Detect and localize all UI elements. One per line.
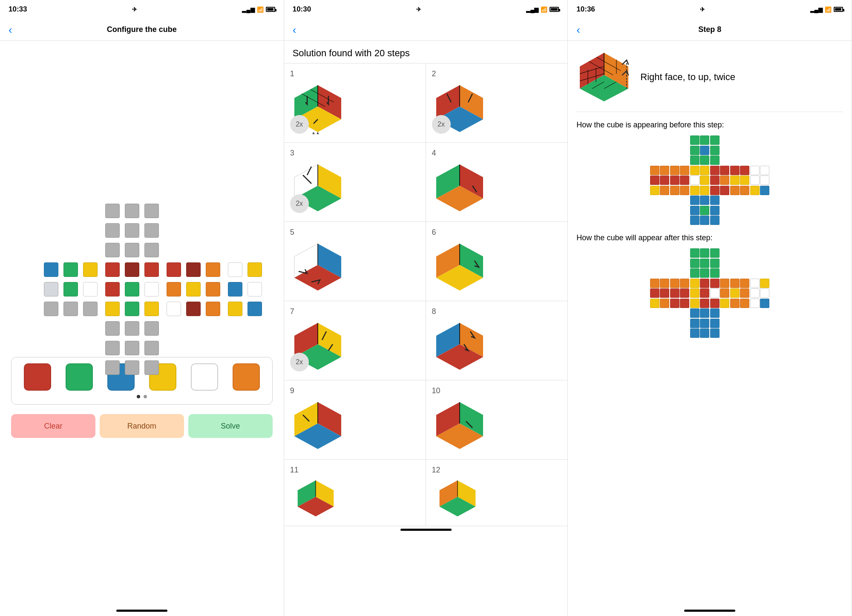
random-button[interactable]: Random [100, 414, 184, 438]
clear-button[interactable]: Clear [11, 414, 95, 438]
time-2: 10:30 [293, 5, 311, 14]
step-number-4: 4 [432, 149, 436, 158]
step-number-9: 9 [290, 386, 294, 395]
location-icon-1: ✈ [132, 6, 137, 13]
step-cell-3[interactable]: 3 2x [284, 143, 426, 222]
action-buttons: Clear Random Solve [11, 414, 273, 438]
step-cell-11[interactable]: 11 [284, 460, 426, 526]
step-header-section: Right face, to up, twice [576, 41, 843, 112]
solve-button[interactable]: Solve [188, 414, 273, 438]
step-number-6: 6 [432, 228, 436, 237]
badge-2x-7: 2x [290, 353, 309, 371]
step-cell-6[interactable]: 6 [426, 222, 568, 301]
swatch-green[interactable] [66, 363, 93, 391]
time-3: 10:36 [576, 5, 595, 14]
step-number-7: 7 [290, 307, 294, 316]
nav-bar-1: ‹ Configure the cube [0, 19, 284, 41]
signal-icon-2: ▂▄▆ [526, 6, 538, 13]
battery-icon-3 [834, 7, 843, 12]
battery-icon-2 [550, 7, 559, 12]
back-button-3[interactable]: ‹ [576, 24, 580, 35]
step-cube-9 [290, 398, 345, 453]
status-icons-3: ▂▄▆ 📶 [810, 6, 843, 13]
step-cube-5 [290, 239, 345, 295]
home-indicator-2 [400, 529, 452, 531]
back-button-1[interactable]: ‹ [9, 24, 12, 35]
step-number-5: 5 [290, 228, 294, 237]
step-description: Right face, to up, twice [640, 71, 735, 84]
nav-bar-2: ‹ [284, 19, 568, 41]
status-icons-2: ▂▄▆ 📶 [526, 6, 559, 13]
battery-icon-1 [266, 7, 275, 12]
step-number-12: 12 [432, 466, 440, 475]
solution-header: Solution found with 20 steps [284, 41, 568, 63]
swatch-orange[interactable] [233, 363, 260, 391]
top-face-cell[interactable] [105, 204, 120, 218]
status-bar-3: 10:36 ✈ ▂▄▆ 📶 [568, 0, 852, 19]
signal-icon-3: ▂▄▆ [810, 6, 823, 13]
swatch-white[interactable] [191, 363, 218, 391]
step-cell-9[interactable]: 9 [284, 380, 426, 460]
step-cube-10 [432, 398, 487, 453]
step-cube-4 [432, 160, 487, 216]
configure-content: Clear Random Solve [0, 41, 284, 607]
step-cube-12 [432, 477, 483, 520]
badge-2x-1: 2x [290, 115, 309, 134]
step-cell-10[interactable]: 10 [426, 380, 568, 460]
nav-title-3: Step 8 [698, 25, 721, 34]
step-cube-8 [432, 319, 487, 374]
steps-grid: 1 ▲▲ 2x 2 [284, 63, 568, 526]
back-button-2[interactable]: ‹ [293, 24, 296, 35]
panel-configure: 10:33 ✈ ▂▄▆ 📶 ‹ Configure the cube [0, 0, 284, 616]
after-label: How the cube will appear after this step… [576, 233, 843, 242]
home-indicator-3 [684, 610, 735, 612]
step-cell-8[interactable]: 8 [426, 301, 568, 380]
step-number-3: 3 [290, 149, 294, 158]
step-detail-content: Right face, to up, twice How the cube is… [568, 41, 852, 607]
dot-indicators [17, 395, 267, 398]
step-cube-6 [432, 239, 487, 295]
step-cube-11 [290, 477, 341, 520]
step-number-8: 8 [432, 307, 436, 316]
step-cell-5[interactable]: 5 [284, 222, 426, 301]
step-8-cube-large [576, 49, 632, 105]
dot-2 [144, 395, 147, 398]
svg-text:▲▲: ▲▲ [311, 130, 320, 135]
swatch-red[interactable] [24, 363, 51, 391]
step-cell-12[interactable]: 12 [426, 460, 568, 526]
dot-1 [137, 395, 140, 398]
time-1: 10:33 [9, 5, 27, 14]
location-icon-3: ✈ [700, 6, 705, 13]
step-number-11: 11 [290, 466, 299, 475]
step-cell-7[interactable]: 7 2x [284, 301, 426, 380]
status-icons-1: ▂▄▆ 📶 [242, 6, 275, 13]
home-indicator-1 [116, 610, 167, 612]
step-number-10: 10 [432, 386, 440, 395]
location-icon-2: ✈ [416, 6, 421, 13]
status-bar-1: 10:33 ✈ ▂▄▆ 📶 [0, 0, 284, 19]
step-cell-1[interactable]: 1 ▲▲ 2x [284, 63, 426, 143]
panel-solution: 10:30 ✈ ▂▄▆ 📶 ‹ Solution found with 20 s… [284, 0, 568, 616]
panel-step-detail: 10:36 ✈ ▂▄▆ 📶 ‹ Step 8 [568, 0, 852, 616]
wifi-icon-3: 📶 [825, 6, 832, 13]
before-label: How the cube is appearing before this st… [576, 121, 843, 130]
nav-bar-3: ‹ Step 8 [568, 19, 852, 41]
signal-icon-1: ▂▄▆ [242, 6, 254, 13]
wifi-icon-1: 📶 [257, 6, 264, 13]
step-number-2: 2 [432, 69, 436, 78]
wifi-icon-2: 📶 [541, 6, 547, 13]
badge-2x-3: 2x [290, 194, 309, 213]
badge-2x-2: 2x [432, 115, 451, 134]
status-bar-2: 10:30 ✈ ▂▄▆ 📶 [284, 0, 568, 19]
nav-title-1: Configure the cube [107, 25, 177, 34]
step-number-1: 1 [290, 69, 294, 78]
step-cell-4[interactable]: 4 [426, 143, 568, 222]
step-cell-2[interactable]: 2 2x [426, 63, 568, 143]
